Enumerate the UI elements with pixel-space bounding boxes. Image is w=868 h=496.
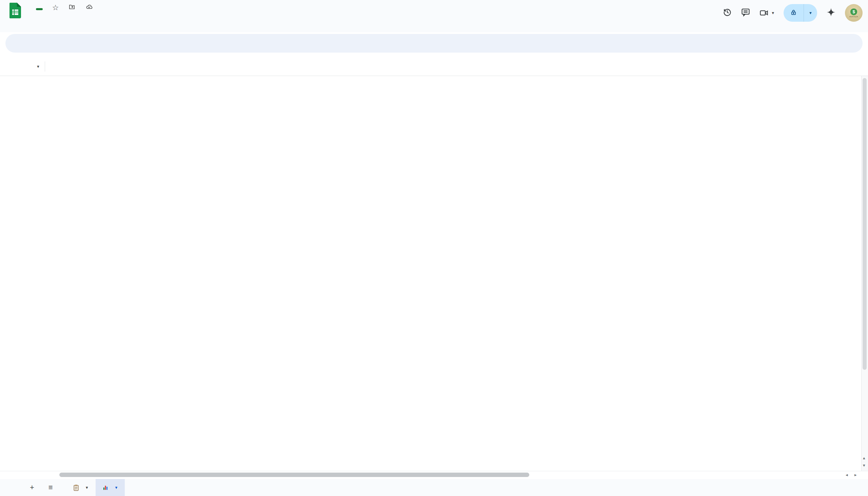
- clipboard-icon: [73, 484, 79, 491]
- scroll-right-arrow[interactable]: ▸: [854, 472, 857, 477]
- tab-presupuesto-active[interactable]: ▼: [96, 479, 125, 496]
- scroll-down-arrow[interactable]: ▾: [863, 463, 865, 468]
- mini-chart-icon: [102, 484, 109, 491]
- horizontal-scrollbar-thumb[interactable]: [59, 472, 529, 477]
- tab-caret[interactable]: ▼: [85, 485, 89, 490]
- sheet-tab-bar: + ≡ ▼ ▼ ‹: [0, 479, 868, 496]
- scroll-up-arrow[interactable]: ▴: [863, 455, 865, 460]
- tab-instrucciones[interactable]: ▼: [66, 479, 96, 496]
- scroll-left-arrow[interactable]: ◂: [846, 472, 848, 477]
- add-sheet-button[interactable]: +: [30, 483, 34, 492]
- tab-caret[interactable]: ▼: [115, 485, 118, 490]
- spreadsheet-grid: [0, 0, 868, 496]
- vertical-scrollbar-thumb[interactable]: [863, 78, 867, 370]
- all-sheets-button[interactable]: ≡: [48, 483, 53, 492]
